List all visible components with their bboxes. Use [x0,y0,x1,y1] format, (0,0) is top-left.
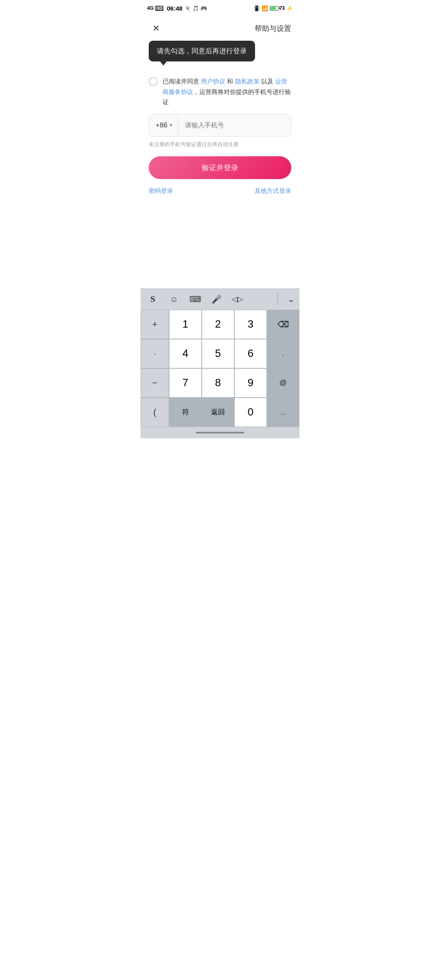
key-6[interactable]: 6 [234,339,267,368]
key-7[interactable]: 7 [169,368,202,398]
collapse-keyboard-icon[interactable]: ⌄ [288,294,295,304]
emoji-face-icon: ☺ [170,295,178,304]
key-dot[interactable]: · [141,339,169,368]
hint-text: 未注册的手机号验证通过后将自动注册 [141,141,299,156]
privacy-policy-link[interactable]: 隐私政策 [235,78,260,85]
network-indicator: 4G [147,5,154,11]
key-3[interactable]: 3 [234,310,267,339]
user-agreement-link[interactable]: 用户协议 [201,78,225,85]
header: ✕ 帮助与设置 [141,15,299,41]
agreement-and1: 和 [225,78,235,85]
other-login-link[interactable]: 其他方式登录 [255,187,291,195]
status-bar: 4G HD 06:48 👻 🎵 🎮 📳 📶 73 ⚡ [141,0,299,15]
tooltip-text: 请先勾选，同意后再进行登录 [157,47,247,55]
close-button[interactable]: ✕ [149,21,163,36]
agreement-checkbox[interactable] [149,77,158,86]
key-at[interactable]: @ [267,368,299,398]
agreement-and2: 以及 [260,78,275,85]
music-icon: 🎵 [192,5,199,11]
key-0[interactable]: 0 [234,398,267,427]
vibrate-icon: 📳 [253,5,260,11]
sogou-keyboard-icon[interactable]: S [145,292,160,306]
key-return-cn[interactable]: 返回 [202,398,234,427]
country-code-selector[interactable]: +86 ▼ [149,114,178,136]
keyboard-toolbar: S ☺ ⌨ 🎤 ◁▷ ⌄ [141,289,299,310]
lightning-icon: ⚡ [286,5,293,11]
password-login-link[interactable]: 密码登录 [149,187,173,195]
wifi-icon: 📶 [262,5,268,11]
close-icon: ✕ [152,23,160,34]
dropdown-arrow-icon: ▼ [169,123,173,127]
country-code-value: +86 [156,121,167,129]
spacer [141,207,299,289]
hd-indicator: HD [155,6,163,11]
home-indicator-area [141,427,299,438]
key-symbol[interactable]: 符 [169,398,202,427]
key-8[interactable]: 8 [202,368,234,398]
header-title: 帮助与设置 [255,24,291,33]
cursor-move-icon[interactable]: ◁▷ [230,292,245,306]
agreement-prefix: 已阅读并同意 [163,78,201,85]
key-period[interactable]: . [267,339,299,368]
microphone-icon[interactable]: 🎤 [209,292,224,306]
verify-login-label: 验证并登录 [202,163,238,173]
tooltip-container: 请先勾选，同意后再进行登录 [141,41,299,68]
key-5[interactable]: 5 [202,339,234,368]
phone-input-container: +86 ▼ [149,114,291,137]
key-plus[interactable]: + [141,310,169,339]
key-2[interactable]: 2 [202,310,234,339]
toolbar-divider [277,293,278,305]
key-paren[interactable]: ( [141,398,169,427]
verify-login-button[interactable]: 验证并登录 [149,156,291,179]
home-indicator [196,432,244,433]
sogou-icon: S [150,294,155,304]
chevron-down-icon: ⌄ [288,295,295,304]
battery-percent: 73 [279,5,285,11]
keyboard-icon: ⌨ [189,294,201,304]
key-backspace[interactable]: ⌫ [267,310,299,339]
login-links: 密码登录 其他方式登录 [141,187,299,207]
numeric-keyboard: + 1 2 3 ⌫ · 4 5 6 . − 7 8 9 @ ( 符 返回 0 ⎵ [141,310,299,427]
tooltip-bubble: 请先勾选，同意后再进行登录 [149,41,255,61]
status-right: 📳 📶 73 ⚡ [253,5,293,11]
key-space[interactable]: ⎵ [267,398,299,427]
status-left: 4G HD 06:48 👻 🎵 🎮 [147,5,207,12]
discord-icon: 🎮 [200,5,207,11]
cursor-icon: ◁▷ [232,295,243,304]
key-4[interactable]: 4 [169,339,202,368]
battery-indicator: 73 [270,5,285,11]
agreement-text: 已阅读并同意 用户协议 和 隐私政策 以及 运营商服务协议，运营商将对你提供的手… [163,76,291,107]
emoji-icon[interactable]: ☺ [167,292,181,306]
keyboard-layout-icon[interactable]: ⌨ [188,292,202,306]
soul-icon: 👻 [185,6,191,11]
mic-icon: 🎤 [211,294,222,304]
key-9[interactable]: 9 [234,368,267,398]
phone-number-input[interactable] [178,122,291,129]
key-1[interactable]: 1 [169,310,202,339]
time: 06:48 [167,5,182,12]
key-minus[interactable]: − [141,368,169,398]
agreement-section: 已阅读并同意 用户协议 和 隐私政策 以及 运营商服务协议，运营商将对你提供的手… [141,68,299,114]
